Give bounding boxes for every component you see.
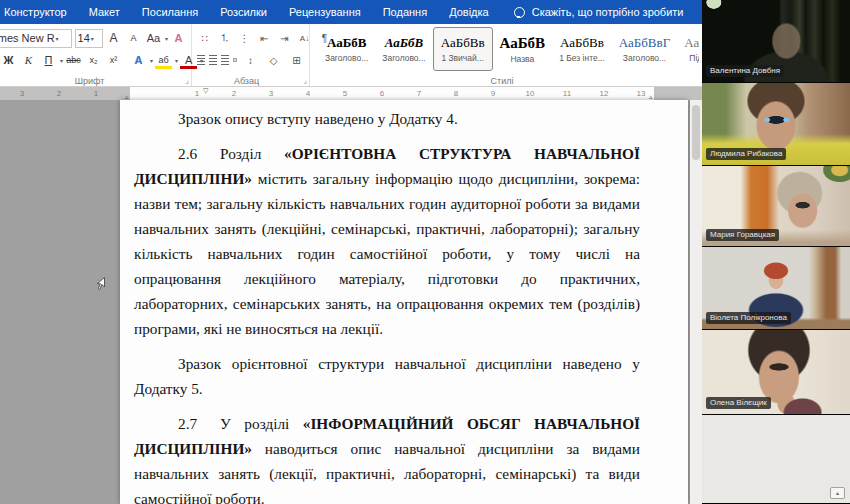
style-name: Назва [510,54,534,64]
style-name: Заголово... [382,53,425,63]
align-center-button[interactable] [209,55,217,65]
menu-tab-1[interactable]: Макет [78,0,131,24]
participant-video-4[interactable]: Віолета Полікронова [702,247,850,330]
paragraph-group: ∷ ⒈ ⋮ ⇤ ⇥ А↓ ¶ ↕ ◇ ⊞ Абзац [192,24,310,86]
panel-corner-control[interactable]: ▴ [830,487,845,499]
font-group: Times New R ▾ 14 ▾ А А Aa ▾ А Ж К [0,24,192,86]
vertical-scrollbar[interactable] [690,100,702,504]
ruler-number: 1 [195,89,199,98]
ruler-number: 4 [306,89,310,98]
font-size-combo[interactable]: 14 ▾ [75,29,103,48]
italic-button[interactable]: К [19,51,38,69]
subscript-button[interactable]: x₂ [84,51,103,69]
align-left-button[interactable] [197,55,205,65]
shrink-font-button[interactable]: А [124,29,143,47]
ribbon: Times New R ▾ 14 ▾ А А Aa ▾ А Ж К [0,24,702,87]
menu-tab-3[interactable]: Розсилки [209,0,278,24]
style-item-1[interactable]: АаБбВЗаголово... [375,27,432,71]
ruler-number: 2 [232,89,236,98]
justify-button[interactable] [233,58,237,62]
ruler-number: 3 [20,89,24,98]
tell-me-label: Скажіть, що потрібно зробити [532,6,684,18]
participant-name-badge: Олена Вілєщик [706,397,771,409]
style-item-6[interactable]: АаБбВвГПідзагол... [677,27,699,71]
styles-group-label: Стилі [310,76,694,86]
grow-font-button[interactable]: А [104,29,123,47]
right-indent-marker[interactable]: ▵ [649,93,653,100]
clear-formatting-button[interactable]: А [169,29,188,47]
ruler[interactable]: ▽ ▵ ▵ 32112345678910111213 [0,87,702,101]
participant-video-2[interactable]: Людмила Рибакова [702,83,850,166]
chevron-down-icon: ▾ [91,35,94,42]
font-size-value: 14 [78,32,90,44]
tell-me-box[interactable]: Скажіть, що потрібно зробити [514,6,684,18]
style-preview: АаБбВвГ [619,35,670,51]
paragraph-1: 2.6 Розділ «ОРІЄНТОВНА СТРУКТУРА НАВЧАЛЬ… [134,141,640,341]
style-name: 1 Без інте... [559,53,605,63]
line-spacing-button[interactable]: ↕ [241,51,260,69]
bold-button[interactable]: Ж [0,51,18,69]
text-run: Зразок опису вступу наведено у Додатку 4… [178,110,458,127]
shading-button[interactable]: ◇ [264,51,283,69]
multilevel-list-button[interactable]: ⋮ [235,29,254,47]
borders-button[interactable]: ⊞ [287,51,306,69]
menu-tab-5[interactable]: Подання [372,0,438,24]
bullets-button[interactable]: ∷ [195,29,214,47]
numbering-button[interactable]: ⒈ [215,29,234,47]
menu-tab-2[interactable]: Посилання [131,0,209,24]
style-preview: АаБбВв [441,35,485,51]
chevron-up-icon: ▴ [836,490,839,496]
first-line-indent-marker[interactable]: ▽ [203,87,208,94]
word-window: КонструкторМакетПосиланняРозсилкиРецензу… [0,0,702,504]
participant-video-5[interactable]: Олена Вілєщик [702,330,850,415]
superscript-button[interactable]: x² [104,51,123,69]
decrease-indent-button[interactable]: ⇤ [255,29,274,47]
dialog-launcher-icon[interactable]: ⌟ [303,77,307,85]
text-effects-button[interactable]: А [129,51,148,69]
paragraph-group-label: Абзац [192,76,301,86]
participant-video-3[interactable]: Мария Горавцкая [702,166,850,247]
video-panel: Валентина ДовбняЛюдмила РибаковаМария Го… [702,0,850,504]
ruler-number: 2 [57,89,61,98]
document-page[interactable]: Зразок опису вступу наведено у Додатку 4… [120,100,688,504]
participant-name-badge: Мария Горавцкая [706,229,779,241]
paragraph-2: Зразок орієнтовної структури навчальної … [134,351,640,401]
ruler-number: 12 [600,89,609,98]
ruler-number: 5 [343,89,347,98]
styles-group: АаБбВЗаголово...АаБбВЗаголово...АаБбВв1 … [310,24,702,86]
ruler-number: 11 [563,89,571,98]
style-name: 1 Звичай... [441,53,483,63]
underline-button[interactable]: П [39,51,58,69]
style-item-5[interactable]: АаБбВвГЗаголово... [612,27,677,71]
paragraph-0: Зразок опису вступу наведено у Додатку 4… [134,106,640,131]
menu-tab-4[interactable]: Рецензування [278,0,372,24]
menu-tab-0[interactable]: Конструктор [0,0,78,24]
style-name: Підзагол... [689,53,699,63]
chevron-down-icon: ▾ [60,57,63,64]
style-preview: АаБбВвГ [684,35,699,51]
ruler-number: 10 [526,89,535,98]
font-name-combo[interactable]: Times New R ▾ [0,29,72,48]
participant-video-1[interactable]: Валентина Довбня [702,0,850,83]
change-case-button[interactable]: Aa [144,29,163,47]
style-item-0[interactable]: АаБбВЗаголово... [318,27,375,71]
align-right-button[interactable] [221,55,229,65]
ruler-number: 8 [454,89,458,98]
ruler-number: 3 [269,89,273,98]
left-indent-marker[interactable]: ▵ [125,93,129,100]
strikethrough-button[interactable]: abc [64,51,83,69]
increase-indent-button[interactable]: ⇥ [275,29,294,47]
scrollbar-thumb[interactable] [692,105,700,160]
style-item-3[interactable]: АаБбВНазва [493,27,553,71]
menu-tab-6[interactable]: Довідка [438,0,500,24]
style-item-4[interactable]: АаБбВв1 Без інте... [552,27,612,71]
dialog-launcher-icon[interactable]: ⌟ [185,77,189,85]
highlight-color-button[interactable]: аб [154,51,173,69]
chevron-down-icon: ▾ [56,35,59,42]
style-item-2[interactable]: АаБбВв1 Звичай... [433,27,493,71]
ruler-number: 13 [637,89,646,98]
chevron-down-icon: ▾ [175,57,178,64]
style-preview: АаБбВ [500,35,546,52]
style-preview: АаБбВ [327,35,366,51]
styles-gallery: АаБбВЗаголово...АаБбВЗаголово...АаБбВв1 … [318,27,699,71]
